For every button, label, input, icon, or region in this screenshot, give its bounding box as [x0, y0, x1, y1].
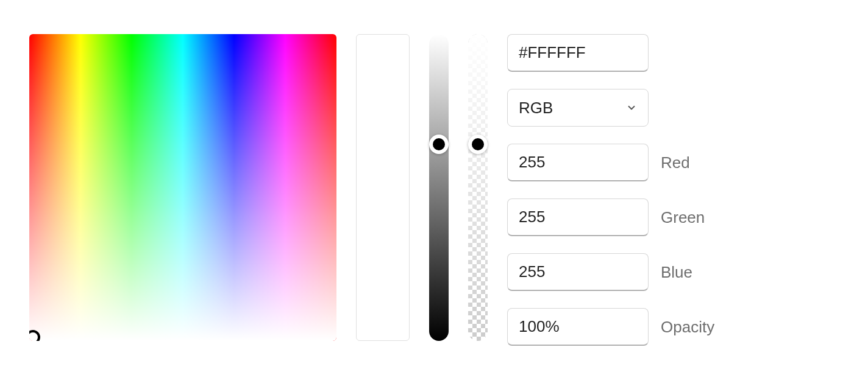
color-swatch: [356, 34, 410, 341]
red-input[interactable]: 255: [507, 144, 649, 181]
blue-row: 255 Blue: [507, 253, 739, 291]
red-row: 255 Red: [507, 144, 739, 181]
hex-value: #FFFFFF: [519, 43, 586, 62]
color-picker: #FFFFFF RGB 255 Red 255 Green: [29, 34, 839, 346]
green-value: 255: [519, 208, 545, 226]
hex-input[interactable]: #FFFFFF: [507, 34, 649, 72]
opacity-value: 100%: [519, 317, 560, 336]
lightness-slider-handle[interactable]: [429, 135, 449, 154]
opacity-gradient: [468, 34, 488, 341]
opacity-row: 100% Opacity: [507, 308, 739, 346]
blue-label: Blue: [661, 263, 692, 282]
green-label: Green: [661, 208, 705, 227]
hex-row: #FFFFFF: [507, 34, 739, 72]
red-label: Red: [661, 153, 690, 172]
opacity-slider[interactable]: [468, 34, 488, 341]
red-value: 255: [519, 153, 545, 172]
color-format-select[interactable]: RGB: [507, 89, 649, 127]
chevron-down-icon: [626, 102, 637, 113]
color-fields: #FFFFFF RGB 255 Red 255 Green: [507, 34, 739, 346]
color-format-value: RGB: [519, 99, 553, 117]
green-row: 255 Green: [507, 198, 739, 236]
green-input[interactable]: 255: [507, 198, 649, 236]
blue-input[interactable]: 255: [507, 253, 649, 291]
opacity-input[interactable]: 100%: [507, 308, 649, 346]
opacity-label: Opacity: [661, 318, 714, 337]
blue-value: 255: [519, 262, 545, 281]
white-gradient: [29, 34, 336, 341]
lightness-slider[interactable]: [429, 34, 449, 341]
format-row: RGB: [507, 89, 739, 127]
color-area[interactable]: [29, 34, 336, 341]
